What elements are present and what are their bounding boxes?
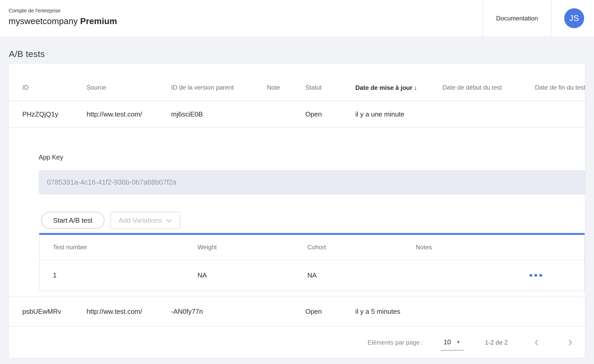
chevron-down-icon bbox=[166, 216, 172, 224]
documentation-link[interactable]: Documentation bbox=[483, 0, 551, 37]
next-page-button[interactable] bbox=[566, 338, 575, 347]
cell-cohort: NA bbox=[307, 271, 416, 279]
company-name-text: mysweetcompany bbox=[9, 16, 78, 26]
app-key-input[interactable] bbox=[39, 170, 585, 194]
column-header-start-date[interactable]: Date de début du test bbox=[442, 84, 535, 91]
page-content: A/B tests ID Source ID de la version par… bbox=[0, 37, 594, 358]
user-avatar[interactable]: JS bbox=[564, 8, 584, 28]
table-scroll-area[interactable]: ID Source ID de la version parent Note S… bbox=[9, 63, 585, 326]
add-variations-button[interactable]: Add Variations bbox=[110, 212, 180, 229]
column-header-end-date[interactable]: Date de fin du test bbox=[535, 84, 585, 91]
column-header-status[interactable]: Statut bbox=[305, 84, 355, 91]
cell-source: http://ww.test.com/ bbox=[87, 308, 171, 316]
variations-row: 1 NA NA bbox=[39, 260, 584, 290]
cell-weight: NA bbox=[197, 271, 307, 279]
column-header-updated-date-label: Date de mise à jour bbox=[355, 84, 412, 91]
app-root: Compte de l'entreprise mysweetcompany Pr… bbox=[0, 0, 594, 358]
column-header-source[interactable]: Source bbox=[87, 84, 171, 91]
variations-table: Test number Weight Cohort Notes 1 NA NA bbox=[39, 233, 585, 291]
column-header-parent-version-id[interactable]: ID de la version parent bbox=[171, 84, 267, 91]
previous-page-button[interactable] bbox=[532, 338, 541, 347]
cell-id: psbUEwMRv bbox=[22, 308, 87, 316]
cell-id: PHzZQjQ1y bbox=[22, 110, 87, 118]
variations-column-weight: Weight bbox=[197, 244, 307, 251]
cell-test-number: 1 bbox=[53, 271, 197, 279]
top-header: Compte de l'entreprise mysweetcompany Pr… bbox=[0, 0, 594, 37]
table-row[interactable]: PHzZQjQ1y http://ww.test.com/ mj6sciE0B … bbox=[9, 101, 585, 128]
variations-column-notes: Notes bbox=[416, 244, 526, 251]
expanded-test-panel: App Key Start A/B test Add Variations bbox=[9, 128, 585, 297]
more-options-icon[interactable] bbox=[529, 274, 542, 277]
account-info: Compte de l'entreprise mysweetcompany Pr… bbox=[9, 8, 117, 26]
cell-updated-date: il y a une minute bbox=[355, 110, 442, 118]
select-caret-icon: ▼ bbox=[456, 340, 460, 345]
chevron-right-icon bbox=[566, 338, 575, 347]
ab-tests-card: ID Source ID de la version parent Note S… bbox=[8, 63, 585, 358]
account-type-label: Compte de l'entreprise bbox=[9, 8, 117, 14]
column-header-id[interactable]: ID bbox=[22, 84, 87, 91]
variations-header-row: Test number Weight Cohort Notes bbox=[39, 235, 584, 260]
items-per-page-value: 10 bbox=[444, 338, 451, 346]
cell-parent-version-id: -AN0fy77n bbox=[171, 308, 267, 316]
cell-status: Open bbox=[305, 308, 355, 316]
column-header-updated-date[interactable]: Date de mise à jour↓ bbox=[355, 84, 442, 91]
plan-badge: Premium bbox=[80, 16, 117, 26]
cell-source: http://ww.test.com/ bbox=[87, 110, 171, 118]
table-header-row: ID Source ID de la version parent Note S… bbox=[9, 63, 585, 101]
page-title: A/B tests bbox=[8, 37, 594, 63]
items-per-page-select[interactable]: 10 ▼ bbox=[440, 338, 464, 351]
cell-parent-version-id: mj6sciE0B bbox=[171, 110, 267, 118]
pagination-range-label: 1-2 de 2 bbox=[485, 339, 508, 346]
expanded-actions: Start A/B test Add Variations bbox=[41, 212, 180, 229]
table-row[interactable]: psbUEwMRv http://ww.test.com/ -AN0fy77n … bbox=[9, 297, 585, 326]
add-variations-label: Add Variations bbox=[119, 216, 162, 224]
company-name: mysweetcompany Premium bbox=[9, 16, 117, 26]
sort-desc-icon: ↓ bbox=[414, 84, 417, 91]
start-ab-test-button[interactable]: Start A/B test bbox=[41, 212, 104, 229]
variations-column-cohort: Cohort bbox=[307, 244, 416, 251]
variations-column-test-number: Test number bbox=[53, 244, 197, 251]
pagination-bar: Eléments par page : 10 ▼ 1-2 de 2 bbox=[9, 326, 585, 358]
column-header-note[interactable]: Note bbox=[267, 84, 305, 91]
cell-status: Open bbox=[305, 110, 355, 118]
app-key-label: App Key bbox=[39, 154, 63, 161]
cell-updated-date: il y a 5 minutes bbox=[355, 308, 442, 316]
items-per-page-label: Eléments par page : bbox=[367, 339, 423, 346]
chevron-left-icon bbox=[532, 338, 541, 347]
